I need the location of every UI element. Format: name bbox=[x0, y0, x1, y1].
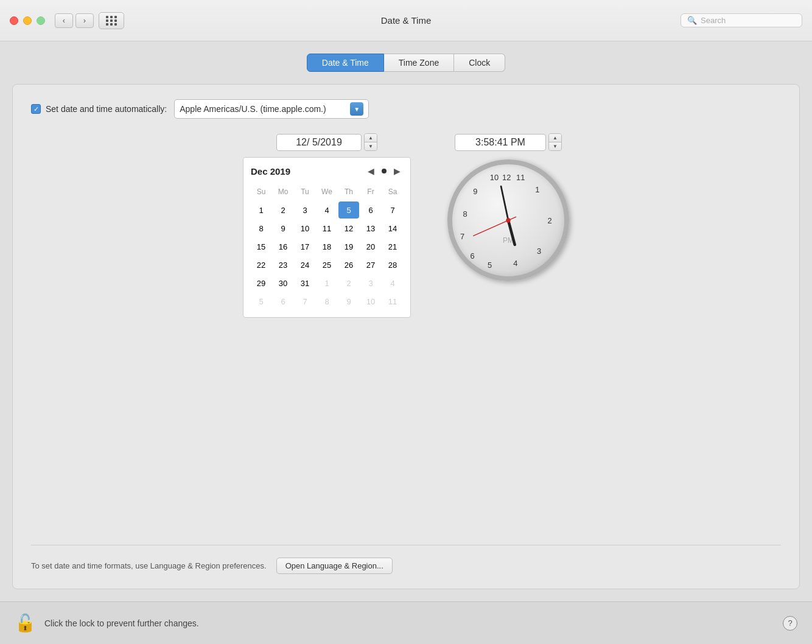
grid-view-button[interactable] bbox=[99, 12, 124, 29]
cal-day[interactable]: 18 bbox=[317, 238, 337, 255]
cal-day-other[interactable]: 9 bbox=[338, 293, 359, 310]
help-button[interactable]: ? bbox=[783, 616, 797, 631]
cal-day[interactable]: 1 bbox=[251, 201, 271, 219]
time-stepper[interactable]: ▲ ▼ bbox=[548, 133, 562, 151]
tab-clock[interactable]: Clock bbox=[454, 54, 505, 72]
svg-text:11: 11 bbox=[516, 173, 525, 182]
auto-set-checkbox[interactable]: ✓ bbox=[31, 104, 41, 114]
cal-day[interactable]: 27 bbox=[360, 256, 381, 273]
date-stepper[interactable]: ▲ ▼ bbox=[364, 133, 377, 151]
svg-text:8: 8 bbox=[463, 209, 467, 219]
date-side: 12/ 5/2019 ▲ ▼ Dec 2019 ◀ ▶ bbox=[243, 133, 411, 318]
date-stepper-up[interactable]: ▲ bbox=[365, 134, 377, 142]
cal-day[interactable]: 29 bbox=[251, 275, 271, 292]
cal-day[interactable]: 10 bbox=[295, 220, 315, 237]
cal-day[interactable]: 15 bbox=[251, 238, 271, 255]
lock-icon[interactable]: 🔓 bbox=[15, 613, 36, 633]
cal-day[interactable]: 4 bbox=[317, 201, 337, 219]
datetime-section: 12/ 5/2019 ▲ ▼ Dec 2019 ◀ ▶ bbox=[31, 133, 781, 318]
footer-lock-text: Click the lock to prevent further change… bbox=[44, 618, 199, 628]
date-input[interactable]: 12/ 5/2019 bbox=[276, 134, 362, 151]
clock-svg: 12 1 2 3 4 5 6 7 8 9 10 11 PM bbox=[452, 164, 564, 276]
calendar-today-dot[interactable] bbox=[382, 169, 387, 173]
cal-day[interactable]: 8 bbox=[251, 220, 271, 237]
time-stepper-down[interactable]: ▼ bbox=[549, 142, 561, 150]
forward-button[interactable]: › bbox=[75, 13, 94, 28]
date-input-row: 12/ 5/2019 ▲ ▼ bbox=[276, 133, 377, 151]
svg-text:6: 6 bbox=[471, 251, 475, 261]
calendar-prev-button[interactable]: ◀ bbox=[365, 165, 377, 177]
cal-day-other[interactable]: 10 bbox=[360, 293, 381, 310]
cal-header-fr: Fr bbox=[360, 183, 381, 200]
svg-text:12: 12 bbox=[502, 173, 511, 182]
cal-day-other[interactable]: 2 bbox=[338, 275, 359, 292]
dropdown-arrow-icon: ▼ bbox=[350, 102, 363, 116]
close-button[interactable] bbox=[10, 16, 18, 25]
time-input-row: 3:58:41 PM ▲ ▼ bbox=[455, 133, 562, 151]
cal-day-today[interactable]: 5 bbox=[338, 201, 359, 219]
tab-bar: Date & Time Time Zone Clock bbox=[12, 54, 800, 72]
cal-day[interactable]: 2 bbox=[273, 201, 293, 219]
cal-day[interactable]: 19 bbox=[338, 238, 359, 255]
cal-day[interactable]: 13 bbox=[360, 220, 381, 237]
back-button[interactable]: ‹ bbox=[55, 13, 73, 28]
bottom-section: To set date and time formats, use Langua… bbox=[31, 545, 781, 574]
cal-day[interactable]: 16 bbox=[273, 238, 293, 255]
cal-day[interactable]: 26 bbox=[338, 256, 359, 273]
search-bar[interactable]: 🔍 bbox=[681, 13, 802, 27]
cal-day[interactable]: 12 bbox=[338, 220, 359, 237]
cal-day[interactable]: 28 bbox=[382, 256, 403, 273]
date-stepper-down[interactable]: ▼ bbox=[365, 142, 377, 150]
search-input[interactable] bbox=[701, 16, 796, 25]
cal-day-other[interactable]: 8 bbox=[317, 293, 337, 310]
cal-day-other[interactable]: 11 bbox=[382, 293, 403, 310]
traffic-lights bbox=[10, 16, 45, 25]
open-language-region-button[interactable]: Open Language & Region... bbox=[276, 558, 393, 574]
cal-day[interactable]: 23 bbox=[273, 256, 293, 273]
time-stepper-up[interactable]: ▲ bbox=[549, 134, 561, 142]
cal-day-other[interactable]: 3 bbox=[360, 275, 381, 292]
cal-day[interactable]: 20 bbox=[360, 238, 381, 255]
calendar-header: Dec 2019 ◀ ▶ bbox=[251, 165, 403, 177]
cal-day-other[interactable]: 1 bbox=[317, 275, 337, 292]
tab-date-time[interactable]: Date & Time bbox=[307, 54, 384, 72]
auto-set-row: ✓ Set date and time automatically: Apple… bbox=[31, 99, 781, 119]
cal-day[interactable]: 30 bbox=[273, 275, 293, 292]
tab-time-zone[interactable]: Time Zone bbox=[384, 54, 454, 72]
cal-day[interactable]: 31 bbox=[295, 275, 315, 292]
cal-day-other[interactable]: 4 bbox=[382, 275, 403, 292]
cal-day-other[interactable]: 5 bbox=[251, 293, 271, 310]
svg-text:7: 7 bbox=[460, 232, 464, 241]
svg-text:4: 4 bbox=[513, 259, 517, 268]
cal-day[interactable]: 3 bbox=[295, 201, 315, 219]
cal-day[interactable]: 25 bbox=[317, 256, 337, 273]
cal-day-other[interactable]: 6 bbox=[273, 293, 293, 310]
auto-set-checkbox-container: ✓ Set date and time automatically: bbox=[31, 104, 167, 114]
cal-day[interactable]: 21 bbox=[382, 238, 403, 255]
cal-day[interactable]: 9 bbox=[273, 220, 293, 237]
maximize-button[interactable] bbox=[37, 16, 45, 25]
cal-day[interactable]: 22 bbox=[251, 256, 271, 273]
clock-face: 12 1 2 3 4 5 6 7 8 9 10 11 PM bbox=[447, 159, 569, 281]
window-title: Date & Time bbox=[381, 15, 432, 26]
titlebar: ‹ › Date & Time 🔍 bbox=[0, 0, 812, 41]
minimize-button[interactable] bbox=[23, 16, 32, 25]
cal-day[interactable]: 6 bbox=[360, 201, 381, 219]
calendar: Dec 2019 ◀ ▶ Su Mo Tu We Th Fr Sa bbox=[243, 157, 411, 318]
cal-day[interactable]: 14 bbox=[382, 220, 403, 237]
minute-hand bbox=[501, 186, 508, 220]
calendar-next-button[interactable]: ▶ bbox=[391, 165, 403, 177]
checkmark-icon: ✓ bbox=[33, 106, 39, 113]
time-input[interactable]: 3:58:41 PM bbox=[455, 134, 546, 151]
cal-day-other[interactable]: 7 bbox=[295, 293, 315, 310]
cal-day[interactable]: 24 bbox=[295, 256, 315, 273]
cal-day[interactable]: 17 bbox=[295, 238, 315, 255]
svg-text:10: 10 bbox=[490, 173, 499, 182]
cal-day[interactable]: 7 bbox=[382, 201, 403, 219]
svg-text:1: 1 bbox=[535, 185, 539, 194]
cal-day[interactable]: 11 bbox=[317, 220, 337, 237]
server-select[interactable]: Apple Americas/U.S. (time.apple.com.) ▼ bbox=[174, 99, 369, 119]
cal-header-su: Su bbox=[251, 183, 271, 200]
cal-header-we: We bbox=[317, 183, 337, 200]
calendar-grid: Su Mo Tu We Th Fr Sa 1 2 3 4 5 6 bbox=[251, 183, 403, 310]
